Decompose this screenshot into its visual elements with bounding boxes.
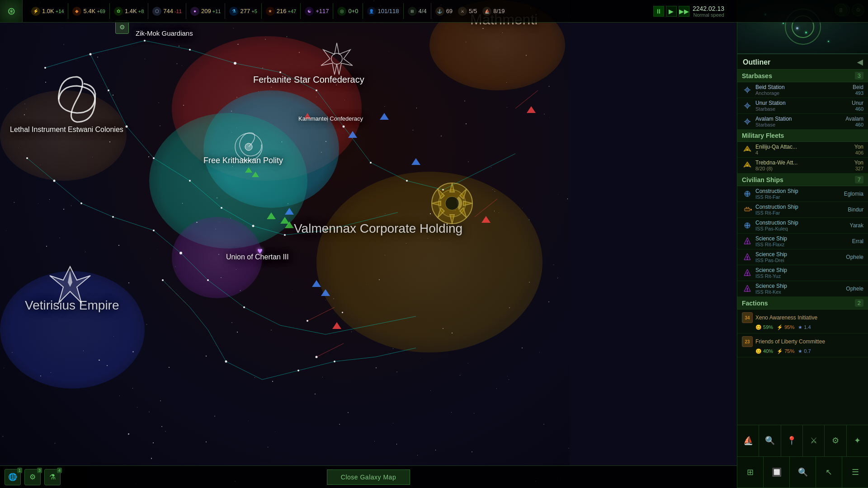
separator — [225, 3, 225, 19]
resource-research[interactable]: ⚗ 277 +5 — [229, 7, 257, 16]
bottom-bar: Close Galaxy Map — [0, 465, 737, 488]
bottom-map-button[interactable]: 🌐 1 — [5, 469, 21, 485]
resource-minerals[interactable]: ◆ 5.4K +69 — [72, 7, 105, 16]
civ-item-science-2[interactable]: Science Ship ISS Pas-Drei Ophele — [737, 249, 868, 265]
rpb-home-button[interactable]: ↖ — [816, 457, 842, 488]
faction-liberty-num: 23 — [745, 339, 750, 344]
bottom-policy-button[interactable]: ⚙ 3 — [24, 469, 41, 485]
minimap-player-dot — [796, 27, 798, 29]
starbase-item-unur[interactable]: Unur Station Starbase Unur 460 — [737, 98, 868, 114]
resource-alloys[interactable]: ⬡ 744 -11 — [152, 7, 182, 16]
svg-line-14 — [127, 127, 154, 158]
resource-influence[interactable]: ★ 216 +47 — [266, 7, 296, 16]
rpb-ship-button[interactable]: ⛵ — [737, 425, 759, 456]
civ-item-science-1[interactable]: Science Ship ISS Rit-Flaxz Erral — [737, 234, 868, 249]
outliner-collapse[interactable]: ◀ — [857, 58, 863, 66]
resource-ships2[interactable]: ⚔ 5/5 — [458, 7, 477, 16]
fleet-item-trebdna[interactable]: Trebdna-We Att... 8/20 (8) Yon 327 — [737, 158, 868, 174]
resource-consumer-goods[interactable]: ● 209 +11 — [190, 7, 221, 16]
svg-point-53 — [370, 162, 372, 164]
background-star — [182, 66, 182, 66]
empire-icon[interactable]: ⊛ — [0, 0, 23, 23]
background-star — [412, 130, 413, 131]
rpb-grid-button[interactable]: ⊞ — [737, 457, 764, 488]
background-star — [26, 109, 27, 109]
faction-xeno-approval: 😊 59% — [755, 324, 773, 330]
civ-construction-2-name: Construction Ship — [755, 204, 848, 210]
influence-value: 216 — [277, 8, 287, 14]
military-fleets-section-header[interactable]: Military Fleets — [737, 130, 868, 142]
svg-line-41 — [515, 90, 538, 108]
pause-button[interactable]: ⏸ — [653, 6, 664, 17]
resource-ships1[interactable]: ⚓ 69 — [435, 7, 453, 16]
civ-item-construction-1[interactable]: Construction Ship ISS Rit-Far Eglomia — [737, 186, 868, 202]
background-star — [452, 333, 453, 333]
background-star — [137, 407, 137, 408]
background-star — [522, 208, 523, 209]
rpb-settings-button[interactable]: ⚙ — [825, 425, 846, 456]
rpb-combat-button[interactable]: ⚔ — [803, 425, 825, 456]
rpb-zoom-button[interactable]: 🔲 — [764, 457, 790, 488]
background-star — [441, 136, 442, 136]
rpb-search-button[interactable]: 🔍 — [759, 425, 781, 456]
close-galaxy-button[interactable]: Close Galaxy Map — [327, 469, 410, 485]
lethal-logo — [52, 75, 102, 124]
starbase-item-avalam[interactable]: Avalam Station Starbase Avalam 460 — [737, 114, 868, 130]
rpb-menu-button[interactable]: ☰ — [842, 457, 868, 488]
fleet-item-eniliju[interactable]: Eniliju-Qa Attac... 4 Yon 406 — [737, 142, 868, 158]
faction-xeno-influence: ★ 1.4 — [798, 324, 811, 330]
rpb-pin-button[interactable]: 📍 — [781, 425, 803, 456]
background-star — [38, 203, 38, 204]
fast-button[interactable]: ▶▶ — [679, 6, 689, 17]
slow-button[interactable]: ▶ — [666, 6, 677, 17]
civilian-ships-section-header[interactable]: Civilian Ships 7 — [737, 174, 868, 186]
union-marker: ♥ — [253, 244, 267, 258]
civ-item-science-3[interactable]: Science Ship ISS Rit-Yuz — [737, 265, 868, 281]
factions-section-header[interactable]: Factions 2 — [737, 297, 868, 310]
bottom-tech-button[interactable]: ⚗ 4 — [44, 469, 61, 485]
territory-union — [172, 217, 262, 298]
starbase-item-beid[interactable]: Beid Station Anchorage Beid 493 — [737, 82, 868, 98]
faction-item-xeno[interactable]: 34 Xeno Awareness Initiative 😊 59% ⚡ 95%… — [737, 310, 868, 333]
rpb-magnify-button[interactable]: 🔍 — [790, 457, 816, 488]
resource-cohesion[interactable]: ◎ 0+0 — [337, 7, 358, 16]
faction-item-liberty[interactable]: 23 Friends of Liberty Committee 😐 40% ⚡ … — [737, 333, 868, 357]
background-star — [63, 44, 64, 45]
background-star — [128, 282, 129, 283]
background-star — [557, 278, 558, 278]
svg-line-30 — [280, 325, 326, 334]
background-star — [99, 360, 99, 361]
resource-energy[interactable]: ⚡ 1.0K +14 — [31, 7, 64, 16]
construction-ship-icon-2 — [742, 204, 753, 215]
background-star — [494, 211, 495, 211]
background-star — [326, 141, 326, 142]
ships1-icon: ⚓ — [435, 7, 444, 16]
resource-pop[interactable]: 👤 101/118 — [367, 7, 399, 16]
svg-point-94 — [331, 53, 342, 64]
starbases-section-header[interactable]: Starbases 3 — [737, 70, 868, 82]
resource-unity[interactable]: ☯ +117 — [305, 7, 329, 16]
galaxy-map[interactable]: Ferbanite Star Confederacy Lethal Instru… — [0, 0, 570, 488]
svg-rect-130 — [745, 208, 750, 211]
rpb-star-button[interactable]: ✦ — [847, 425, 868, 456]
starbase-avalam-stats: Avalam 460 — [845, 116, 863, 127]
resource-food[interactable]: ✿ 1.4K +8 — [114, 7, 144, 16]
civ-item-science-4[interactable]: Science Ship ISS Rit-Kex Ophele — [737, 281, 868, 297]
ships2-value: 5/5 — [469, 8, 477, 14]
fleet-trebdna-info: Trebdna-We Att... 8/20 (8) — [755, 160, 854, 171]
resource-ships3[interactable]: ⛵ 8/19 — [482, 7, 505, 16]
svg-line-35 — [208, 330, 226, 361]
resource-districts[interactable]: ⊞ 4/4 — [408, 7, 427, 16]
svg-point-107 — [445, 197, 459, 210]
rpb-row-1: ⛵ 🔍 📍 ⚔ ⚙ ✦ — [737, 425, 868, 457]
svg-point-139 — [747, 243, 748, 244]
separator — [333, 3, 333, 19]
background-star — [85, 252, 85, 252]
starbases-label: Starbases — [742, 72, 772, 80]
civ-item-construction-2[interactable]: Construction Ship ISS Rit-Far Bindur — [737, 202, 868, 218]
background-star — [97, 56, 98, 57]
civ-item-construction-3[interactable]: Construction Ship ISS Pas-Kuleq Yarak — [737, 218, 868, 234]
background-star — [315, 394, 316, 394]
ships3-value: 8/19 — [493, 8, 505, 14]
civ-science-1-loc: Erral — [852, 238, 863, 244]
